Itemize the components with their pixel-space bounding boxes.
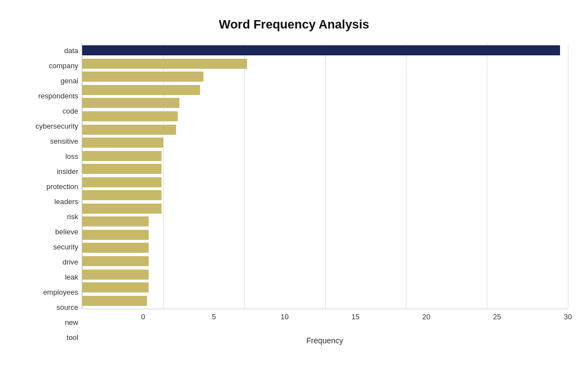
bar-row (82, 189, 568, 201)
y-label: code (20, 103, 82, 118)
y-label: believe (20, 224, 82, 239)
bar (82, 190, 162, 200)
bar (82, 98, 179, 108)
y-label: security (20, 239, 82, 254)
chart-title: Word Frequency Analysis (20, 17, 568, 32)
bar-row (82, 44, 568, 56)
bars-wrapper (82, 43, 568, 309)
bar-row (82, 70, 568, 83)
y-label: genai (20, 73, 82, 88)
y-label: leaders (20, 194, 82, 209)
bar (82, 230, 149, 240)
y-label: respondents (20, 88, 82, 103)
y-label: risk (20, 209, 82, 224)
x-tick-label: 5 (212, 313, 216, 321)
chart-container: Word Frequency Analysis datacompanygenai… (9, 6, 579, 386)
bar-row (82, 84, 568, 96)
bar-row (82, 268, 568, 281)
x-tick-label: 20 (422, 313, 430, 321)
y-label: employees (20, 285, 82, 299)
x-tick-label: 15 (352, 313, 359, 321)
bar (82, 111, 178, 121)
bar (82, 45, 560, 55)
bar (82, 125, 176, 135)
bar-row (82, 150, 568, 162)
bar-row (82, 97, 568, 109)
y-axis: datacompanygenairespondentscodecybersecu… (20, 43, 82, 345)
x-tick-label: 30 (564, 313, 572, 321)
bar (82, 177, 162, 187)
bar (82, 204, 162, 214)
y-label: cybersecurity (20, 119, 82, 133)
y-label: source (20, 300, 82, 314)
bar-row (82, 242, 568, 254)
bar (82, 164, 162, 174)
x-tick-label: 25 (493, 313, 501, 321)
bar (82, 256, 149, 266)
y-label: leak (20, 270, 82, 284)
grid-line (568, 43, 568, 309)
y-label: insider (20, 164, 82, 178)
bar-row (82, 202, 568, 215)
bar (82, 138, 163, 148)
y-label: drive (20, 254, 82, 269)
bar-row (82, 58, 568, 70)
bars-and-grid (82, 43, 568, 309)
bar (82, 72, 203, 82)
x-axis-wrapper: 051015202530 (143, 309, 568, 332)
y-label: loss (20, 149, 82, 163)
bar-row (82, 295, 568, 307)
bar (82, 151, 162, 161)
y-label: data (20, 43, 82, 58)
y-label: new (20, 315, 82, 329)
bar-row (82, 110, 568, 122)
bar (82, 216, 149, 226)
x-axis-title: Frequency (82, 336, 568, 345)
bar (82, 296, 147, 306)
bar (82, 85, 200, 95)
y-label: company (20, 58, 82, 73)
bar-row (82, 215, 568, 228)
x-tick-label: 0 (141, 313, 145, 321)
y-label: protection (20, 179, 82, 193)
bar-row (82, 281, 568, 294)
bar (82, 270, 149, 280)
bar-row (82, 136, 568, 149)
bar-row (82, 229, 568, 241)
y-label: tool (20, 330, 82, 344)
bar-row (82, 124, 568, 136)
bar (82, 59, 247, 69)
chart-area: datacompanygenairespondentscodecybersecu… (20, 43, 568, 345)
x-tick-label: 10 (281, 313, 288, 321)
bar-row (82, 255, 568, 267)
bar-row (82, 176, 568, 188)
bar (82, 243, 149, 253)
bar (82, 282, 149, 292)
y-label: sensitive (20, 134, 82, 148)
bar-row (82, 163, 568, 175)
